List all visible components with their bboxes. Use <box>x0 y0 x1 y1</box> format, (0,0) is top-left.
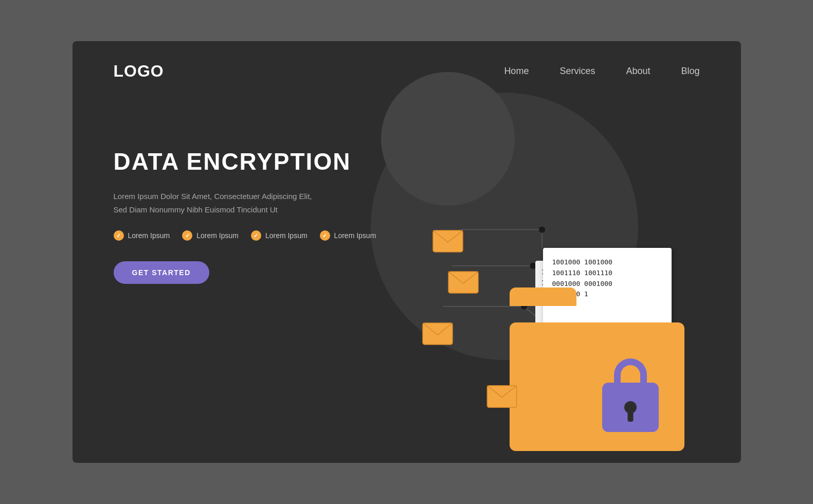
features-list: Lorem Ipsum Lorem Ipsum Lorem Ipsum Lore… <box>114 230 407 241</box>
envelope-3 <box>422 322 453 347</box>
check-icon-4 <box>320 230 330 241</box>
folder-tab <box>510 287 576 306</box>
check-icon-3 <box>251 230 261 241</box>
feature-label-1: Lorem Ipsum <box>128 231 170 240</box>
lock-keyhole-slot <box>627 412 633 422</box>
hero-section: DATA ENCRYPTION Lorem Ipsum Dolor Sit Am… <box>73 96 741 461</box>
check-icon-2 <box>182 230 192 241</box>
nav-home[interactable]: Home <box>504 66 529 77</box>
nav-blog[interactable]: Blog <box>681 66 699 77</box>
feature-item-2: Lorem Ipsum <box>182 230 239 241</box>
nav-services[interactable]: Services <box>559 66 595 77</box>
lock-keyhole <box>624 401 637 413</box>
hero-title: DATA ENCRYPTION <box>114 148 407 175</box>
hero-left: DATA ENCRYPTION Lorem Ipsum Dolor Sit Am… <box>114 127 407 284</box>
envelope-2 <box>448 271 479 296</box>
logo: LOGO <box>114 62 164 81</box>
get-started-button[interactable]: GET STARTED <box>114 261 209 284</box>
feature-item-4: Lorem Ipsum <box>320 230 376 241</box>
lock-body <box>602 383 659 432</box>
padlock <box>597 358 664 436</box>
feature-item-1: Lorem Ipsum <box>114 230 170 241</box>
feature-label-4: Lorem Ipsum <box>334 231 376 240</box>
feature-label-2: Lorem Ipsum <box>196 231 239 240</box>
nav: Home Services About Blog <box>504 66 699 77</box>
feature-label-3: Lorem Ipsum <box>265 231 308 240</box>
feature-item-3: Lorem Ipsum <box>251 230 308 241</box>
svg-point-6 <box>538 227 545 233</box>
header: LOGO Home Services About Blog <box>73 41 741 96</box>
nav-about[interactable]: About <box>626 66 650 77</box>
envelope-1 <box>432 230 463 255</box>
page-wrapper: LOGO Home Services About Blog DATA ENCRY… <box>73 41 741 463</box>
hero-right: 1001000 1001000 1001110 1001110 1001000 … <box>407 127 700 463</box>
lock-shackle <box>614 358 647 386</box>
hero-description: Lorem Ipsum Dolor Sit Amet, Consectetuer… <box>114 190 319 216</box>
envelope-4 <box>486 385 517 410</box>
check-icon-1 <box>114 230 124 241</box>
